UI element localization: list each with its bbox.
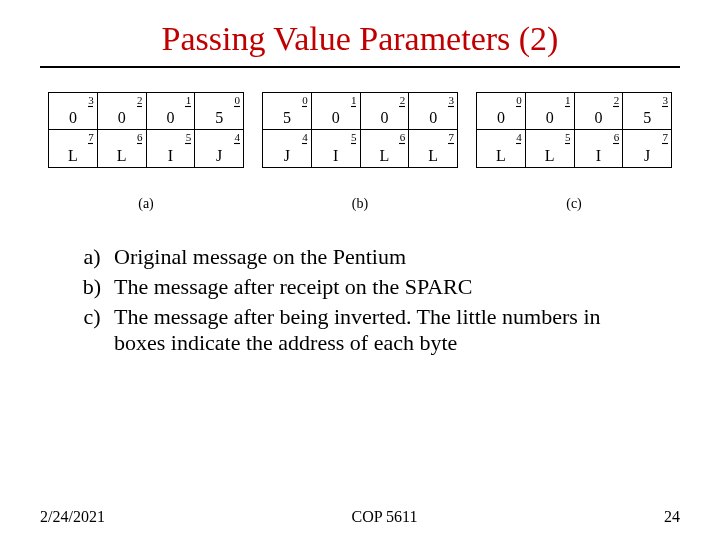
byte-cell: 4J [262,130,312,168]
slide-footer: 2/24/2021 COP 5611 24 [0,508,720,526]
panel-c: 00 10 20 35 4L 5L 6I 7J (c) [476,92,672,212]
panel-a-row-1: 7L 6L 5I 4J [48,130,244,168]
byte-value: 0 [409,109,457,127]
list-mark: b) [70,274,114,300]
byte-index: 0 [302,94,308,106]
byte-index: 3 [663,94,669,106]
byte-index: 5 [186,131,192,143]
byte-index: 0 [235,94,241,106]
byte-value: 0 [575,109,623,127]
byte-cell: 30 [409,92,458,130]
byte-index: 5 [565,131,571,143]
byte-index: 2 [137,94,143,106]
byte-value: L [477,147,525,165]
list-item: a) Original message on the Pentium [70,244,650,270]
byte-cell: 20 [98,92,147,130]
byte-cell: 05 [195,92,244,130]
byte-value: L [409,147,457,165]
panel-b-row-0: 05 10 20 30 [262,92,458,130]
byte-index: 7 [663,131,669,143]
byte-value: L [361,147,409,165]
byte-index: 1 [565,94,571,106]
byte-index: 1 [351,94,357,106]
byte-cell: 20 [361,92,410,130]
title-divider [40,66,680,68]
byte-cell: 20 [575,92,624,130]
list-text: The message after being inverted. The li… [114,304,650,356]
byte-cell: 05 [262,92,312,130]
panel-b-row-1: 4J 5I 6L 7L [262,130,458,168]
byte-index: 1 [186,94,192,106]
byte-index: 6 [137,131,143,143]
byte-index: 6 [400,131,406,143]
byte-value: I [575,147,623,165]
panel-c-row-0: 00 10 20 35 [476,92,672,130]
byte-value: J [263,147,311,165]
byte-value: I [147,147,195,165]
list-item: c) The message after being inverted. The… [70,304,650,356]
byte-value: I [312,147,360,165]
byte-value: L [526,147,574,165]
footer-course: COP 5611 [351,508,417,526]
byte-value: 0 [477,109,525,127]
footer-page: 24 [664,508,680,526]
list-text: Original message on the Pentium [114,244,650,270]
byte-cell: 5I [147,130,196,168]
list-mark: c) [70,304,114,356]
byte-index: 4 [516,131,522,143]
panel-c-row-1: 4L 5L 6I 7J [476,130,672,168]
byte-value: 5 [263,109,311,127]
byte-value: L [98,147,146,165]
panel-c-caption: (c) [476,196,672,212]
byte-cell: 7J [623,130,672,168]
byte-index: 7 [88,131,94,143]
byte-value: L [49,147,97,165]
byte-index: 6 [614,131,620,143]
byte-cell: 6L [98,130,147,168]
byte-cell: 6I [575,130,624,168]
byte-cell: 5L [526,130,575,168]
description-list: a) Original message on the Pentium b) Th… [70,244,650,356]
panel-b-caption: (b) [262,196,458,212]
byte-cell: 4J [195,130,244,168]
byte-cell: 00 [476,92,526,130]
slide-title: Passing Value Parameters (2) [40,20,680,58]
list-text: The message after receipt on the SPARC [114,274,650,300]
byte-index: 4 [302,131,308,143]
byte-value: 0 [312,109,360,127]
panel-a-caption: (a) [48,196,244,212]
byte-value: 0 [98,109,146,127]
byte-cell: 10 [312,92,361,130]
byte-cell: 10 [526,92,575,130]
byte-cell: 4L [476,130,526,168]
byte-index: 3 [88,94,94,106]
byte-cell: 5I [312,130,361,168]
byte-cell: 7L [48,130,98,168]
byte-value: J [195,147,243,165]
byte-panels: 30 20 10 05 7L 6L 5I 4J (a) 05 10 20 30 … [48,92,672,212]
panel-a: 30 20 10 05 7L 6L 5I 4J (a) [48,92,244,212]
panel-b: 05 10 20 30 4J 5I 6L 7L (b) [262,92,458,212]
footer-date: 2/24/2021 [40,508,105,526]
byte-value: J [623,147,671,165]
byte-cell: 30 [48,92,98,130]
byte-index: 7 [449,131,455,143]
byte-index: 2 [400,94,406,106]
byte-cell: 6L [361,130,410,168]
list-item: b) The message after receipt on the SPAR… [70,274,650,300]
byte-value: 0 [361,109,409,127]
byte-value: 5 [623,109,671,127]
byte-value: 5 [195,109,243,127]
byte-index: 0 [516,94,522,106]
list-mark: a) [70,244,114,270]
byte-index: 5 [351,131,357,143]
byte-index: 2 [614,94,620,106]
panel-a-row-0: 30 20 10 05 [48,92,244,130]
byte-value: 0 [147,109,195,127]
byte-index: 4 [235,131,241,143]
byte-cell: 10 [147,92,196,130]
byte-cell: 7L [409,130,458,168]
byte-index: 3 [449,94,455,106]
byte-value: 0 [526,109,574,127]
byte-value: 0 [49,109,97,127]
